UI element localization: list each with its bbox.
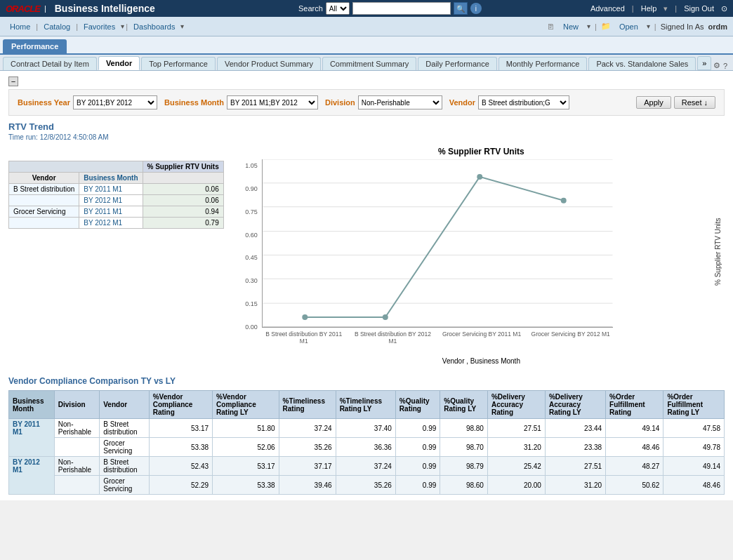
bm-cell[interactable]: BY 2012 M1 [79,218,143,229]
username-label: ordm [708,22,728,31]
chart-point [561,198,567,204]
chart-point [302,314,308,320]
nav-bar-left: Home | Catalog | Favorites ▾ | Dashboard… [6,22,184,31]
signout-icon[interactable]: ⊙ [721,4,727,13]
home-link[interactable]: Home [6,22,34,31]
nav-bar-right: 🖹 New ▾ | 📁 Open ▾ | Signed In As ordm [547,22,727,31]
search-label: Search [298,4,323,13]
chart-svg-container: B Street distribution BY 2011 M1 B Stree… [262,159,708,345]
tab-performance[interactable]: Performance [3,39,67,53]
bm-cell[interactable]: BY 2012 M1 [79,195,143,206]
open-link[interactable]: Open [615,22,642,31]
tab-top-performance[interactable]: Top Performance [141,57,216,70]
new-link[interactable]: New [559,22,583,31]
oracle-logo: ORACLE [6,4,40,14]
vendor-cell: Grocer Servicing [100,438,149,457]
x-label: Grocer Servicing BY 2011 M1 [440,331,524,345]
dashboards-link[interactable]: Dashboards [129,22,179,31]
help-icon[interactable]: ? [723,62,727,70]
x-axis-label: Vendor , Business Month [238,357,725,365]
division-filter: Division Non-Perishable [325,95,442,109]
rtv-section-title: RTV Trend [8,121,725,132]
new-arrow[interactable]: ▾ [587,22,590,30]
bm-cell[interactable]: BY 2011 M1 [9,419,55,457]
dashboards-arrow[interactable]: ▾ [180,22,184,30]
search-scope-select[interactable]: All [326,2,350,15]
business-year-select[interactable]: BY 2011;BY 2012 [73,95,157,109]
chart-wrapper: 1.05 0.90 0.75 0.60 0.45 0.30 0.15 0.00 [238,159,725,345]
dar-ly-cell: 27.51 [545,457,605,476]
search-button[interactable]: 🔍 [454,2,468,15]
favorites-link[interactable]: Favorites [79,22,119,31]
tab-daily-performance[interactable]: Daily Performance [418,57,496,70]
tr-cell: 39.46 [279,476,336,495]
ofr-cell: 48.46 [606,438,663,457]
div-cell [54,476,99,495]
content-area: − Business Year BY 2011;BY 2012 Business… [0,71,733,500]
search-input[interactable] [352,2,451,15]
y-axis: 1.05 0.90 0.75 0.60 0.45 0.30 0.15 0.00 [238,159,259,345]
tab-monthly-performance[interactable]: Monthly Performance [498,57,588,70]
tab-vendor[interactable]: Vendor [98,56,140,70]
rtv-bm-header: Business Month [79,173,143,184]
bm-cell[interactable]: BY 2011 M1 [79,206,143,218]
tab-more[interactable]: » [697,56,711,70]
advanced-link[interactable]: Advanced [590,4,625,13]
bm-cell[interactable]: BY 2011 M1 [79,184,143,195]
collapse-icon[interactable]: − [8,76,18,86]
bi-title: Business Intelligence [55,3,155,14]
vendor-label: Vendor [449,98,475,107]
nav-sep2: | [76,22,78,31]
col-div-header: Division [54,391,99,419]
qr-ly-cell: 98.79 [440,457,488,476]
pct-cell: 0.06 [143,195,223,206]
filter-buttons: Apply Reset ↓ [636,96,715,109]
open-arrow[interactable]: ▾ [647,22,650,30]
page-icon: 🖹 [547,22,555,31]
y-axis-label: % Supplier RTV Units [711,159,725,345]
qr-ly-cell: 98.60 [440,476,488,495]
division-select[interactable]: Non-Perishable [358,95,442,109]
folder-icon: 📁 [601,22,611,31]
info-icon[interactable]: i [470,3,482,14]
business-month-filter: Business Month BY 2011 M1;BY 2012 [164,95,318,109]
qr-ly-cell: 98.80 [440,419,488,438]
nav-bar: Home | Catalog | Favorites ▾ | Dashboard… [0,17,733,36]
tab-vendor-product-summary[interactable]: Vendor Product Summary [217,57,321,70]
reset-button[interactable]: Reset ↓ [674,96,715,109]
catalog-link[interactable]: Catalog [39,22,74,31]
favorites-arrow[interactable]: ▾ [121,22,124,30]
vendor-select[interactable]: B Street distribution;G [478,95,569,109]
help-link[interactable]: Help [641,4,657,13]
rtv-vendor-header: Vendor [9,173,79,184]
apply-button[interactable]: Apply [636,96,671,109]
vcr-ly-cell: 51.80 [213,419,279,438]
tr-cell: 37.24 [279,419,336,438]
bm-cell[interactable]: BY 2012 M1 [9,457,55,495]
tr-cell: 37.17 [279,457,336,476]
division-label: Division [325,98,355,107]
vcr-cell: 53.17 [149,419,212,438]
business-month-select[interactable]: BY 2011 M1;BY 2012 [227,95,318,109]
signout-link[interactable]: Sign Out [684,4,714,13]
table-row: Grocer Servicing BY 2011 M1 0.94 [9,206,224,218]
vendor-cell: Grocer Servicing [9,206,79,218]
vendor-cell: B Street distribution [100,419,149,438]
search-area: Search All 🔍 i [298,2,482,15]
tab-pack-standalone[interactable]: Pack vs. Standalone Sales [588,57,696,70]
tab-commitment-summary[interactable]: Commitment Summary [322,57,416,70]
col-ofr-ly-header: %Order Fulfillment Rating LY [663,391,725,419]
qr-cell: 0.99 [395,457,440,476]
compliance-table: Business Month Division Vendor %Vendor C… [8,390,725,495]
chart-point [383,314,388,320]
dashboard-settings-icon[interactable]: ⚙ [713,61,720,70]
col-tr-header: %Timeliness Rating [279,391,336,419]
col-vcr-ly-header: %Vendor Compliance Rating LY [213,391,279,419]
x-label: B Street distribution BY 2012 M1 [350,331,435,345]
y-tick: 1.05 [245,162,258,169]
chart-point [477,174,482,180]
rtv-table: % Supplier RTV Units Vendor Business Mon… [8,161,224,229]
time-run: Time run: 12/8/2012 4:50:08 AM [8,133,725,141]
tab-contract-detail[interactable]: Contract Detail by Item [3,57,97,70]
vendor-cell [9,195,79,206]
